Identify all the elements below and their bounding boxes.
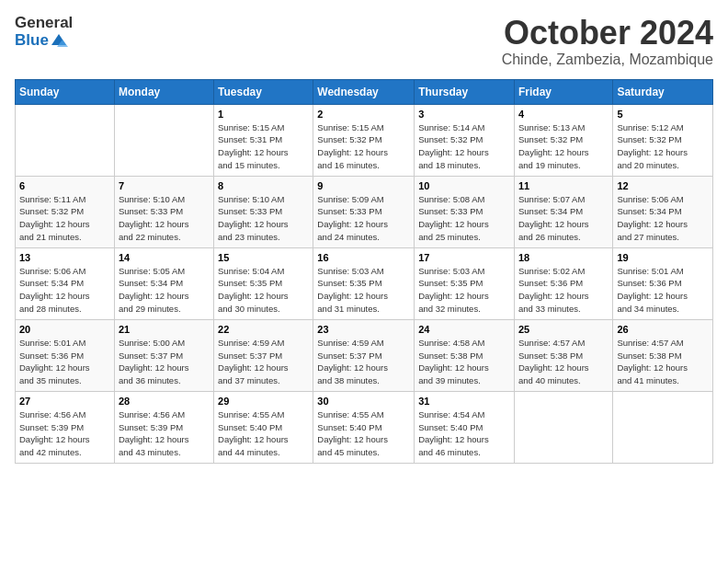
day-number: 21 [119,324,210,335]
day-number: 11 [518,180,609,191]
day-number: 15 [218,252,309,263]
day-cell: 18Sunrise: 5:02 AMSunset: 5:36 PMDayligh… [514,247,612,319]
day-number: 20 [19,324,110,335]
header-cell-thursday: Thursday [415,79,515,104]
day-cell: 7Sunrise: 5:10 AMSunset: 5:33 PMDaylight… [114,176,213,247]
day-detail: Sunrise: 5:08 AMSunset: 5:33 PMDaylight:… [418,193,510,244]
calendar-table: SundayMondayTuesdayWednesdayThursdayFrid… [15,79,713,464]
month-title: October 2024 [502,15,713,52]
header-cell-sunday: Sunday [16,79,115,104]
day-number: 14 [119,252,210,263]
day-detail: Sunrise: 4:55 AMSunset: 5:40 PMDaylight:… [317,408,410,459]
day-detail: Sunrise: 5:10 AMSunset: 5:33 PMDaylight:… [218,193,309,244]
day-cell [514,391,612,463]
day-detail: Sunrise: 5:01 AMSunset: 5:36 PMDaylight:… [617,265,709,316]
day-number: 25 [518,324,609,335]
day-cell: 20Sunrise: 5:01 AMSunset: 5:36 PMDayligh… [16,319,115,391]
day-number: 22 [218,324,309,335]
day-cell: 5Sunrise: 5:12 AMSunset: 5:32 PMDaylight… [613,104,713,176]
day-cell: 31Sunrise: 4:54 AMSunset: 5:40 PMDayligh… [415,391,515,463]
day-number: 2 [317,109,410,120]
day-detail: Sunrise: 5:05 AMSunset: 5:34 PMDaylight:… [119,265,210,316]
day-number: 4 [518,109,609,120]
header-cell-friday: Friday [514,79,612,104]
day-detail: Sunrise: 5:10 AMSunset: 5:33 PMDaylight:… [119,193,210,244]
day-number: 26 [617,324,709,335]
day-cell: 8Sunrise: 5:10 AMSunset: 5:33 PMDaylight… [214,176,313,247]
logo-general: General [15,15,73,32]
day-number: 24 [418,324,510,335]
day-detail: Sunrise: 5:00 AMSunset: 5:37 PMDaylight:… [119,337,210,387]
day-number: 3 [418,109,510,120]
day-detail: Sunrise: 4:54 AMSunset: 5:40 PMDaylight:… [418,408,510,459]
day-number: 10 [418,180,510,191]
logo-blue: Blue [15,32,49,50]
day-cell: 21Sunrise: 5:00 AMSunset: 5:37 PMDayligh… [114,319,213,391]
day-detail: Sunrise: 4:56 AMSunset: 5:39 PMDaylight:… [119,408,210,459]
location: Chinde, Zambezia, Mozambique [502,52,713,68]
header-row: SundayMondayTuesdayWednesdayThursdayFrid… [16,79,713,104]
day-cell: 10Sunrise: 5:08 AMSunset: 5:33 PMDayligh… [415,176,515,247]
day-detail: Sunrise: 5:06 AMSunset: 5:34 PMDaylight:… [19,265,110,316]
header-cell-wednesday: Wednesday [313,79,415,104]
day-number: 18 [518,252,609,263]
day-cell: 28Sunrise: 4:56 AMSunset: 5:39 PMDayligh… [114,391,213,463]
header-cell-monday: Monday [114,79,213,104]
page-header: General Blue October 2024 Chinde, Zambez… [15,15,713,68]
day-cell: 12Sunrise: 5:06 AMSunset: 5:34 PMDayligh… [613,176,713,247]
title-block: October 2024 Chinde, Zambezia, Mozambiqu… [502,15,713,68]
day-cell: 15Sunrise: 5:04 AMSunset: 5:35 PMDayligh… [214,247,313,319]
day-cell: 17Sunrise: 5:03 AMSunset: 5:35 PMDayligh… [415,247,515,319]
day-detail: Sunrise: 5:14 AMSunset: 5:32 PMDaylight:… [418,121,510,172]
day-number: 6 [19,180,110,191]
day-detail: Sunrise: 4:55 AMSunset: 5:40 PMDaylight:… [218,408,309,459]
day-number: 9 [317,180,410,191]
day-number: 17 [418,252,510,263]
day-cell: 13Sunrise: 5:06 AMSunset: 5:34 PMDayligh… [16,247,115,319]
day-number: 31 [418,396,510,407]
day-cell: 27Sunrise: 4:56 AMSunset: 5:39 PMDayligh… [16,391,115,463]
week-row-5: 27Sunrise: 4:56 AMSunset: 5:39 PMDayligh… [16,391,713,463]
day-cell: 29Sunrise: 4:55 AMSunset: 5:40 PMDayligh… [214,391,313,463]
logo-icon [50,32,68,51]
day-detail: Sunrise: 5:02 AMSunset: 5:36 PMDaylight:… [518,265,609,316]
day-detail: Sunrise: 4:59 AMSunset: 5:37 PMDaylight:… [218,337,309,387]
day-cell: 2Sunrise: 5:15 AMSunset: 5:32 PMDaylight… [313,104,415,176]
day-number: 13 [19,252,110,263]
day-detail: Sunrise: 5:15 AMSunset: 5:31 PMDaylight:… [218,121,309,172]
day-number: 28 [119,396,210,407]
day-cell: 16Sunrise: 5:03 AMSunset: 5:35 PMDayligh… [313,247,415,319]
day-number: 16 [317,252,410,263]
day-detail: Sunrise: 5:13 AMSunset: 5:32 PMDaylight:… [518,121,609,172]
day-cell: 14Sunrise: 5:05 AMSunset: 5:34 PMDayligh… [114,247,213,319]
day-number: 5 [617,109,709,120]
day-cell: 9Sunrise: 5:09 AMSunset: 5:33 PMDaylight… [313,176,415,247]
header-cell-saturday: Saturday [613,79,713,104]
day-cell: 6Sunrise: 5:11 AMSunset: 5:32 PMDaylight… [16,176,115,247]
day-cell: 23Sunrise: 4:59 AMSunset: 5:37 PMDayligh… [313,319,415,391]
day-detail: Sunrise: 5:11 AMSunset: 5:32 PMDaylight:… [19,193,110,244]
day-detail: Sunrise: 5:15 AMSunset: 5:32 PMDaylight:… [317,121,410,172]
day-detail: Sunrise: 5:03 AMSunset: 5:35 PMDaylight:… [317,265,410,316]
calendar-body: 1Sunrise: 5:15 AMSunset: 5:31 PMDaylight… [16,104,713,463]
day-cell: 19Sunrise: 5:01 AMSunset: 5:36 PMDayligh… [613,247,713,319]
day-detail: Sunrise: 5:06 AMSunset: 5:34 PMDaylight:… [617,193,709,244]
calendar-header: SundayMondayTuesdayWednesdayThursdayFrid… [16,79,713,104]
day-detail: Sunrise: 5:07 AMSunset: 5:34 PMDaylight:… [518,193,609,244]
day-detail: Sunrise: 4:58 AMSunset: 5:38 PMDaylight:… [418,337,510,387]
day-detail: Sunrise: 4:56 AMSunset: 5:39 PMDaylight:… [19,408,110,459]
week-row-1: 1Sunrise: 5:15 AMSunset: 5:31 PMDaylight… [16,104,713,176]
day-number: 30 [317,396,410,407]
day-detail: Sunrise: 5:09 AMSunset: 5:33 PMDaylight:… [317,193,410,244]
day-number: 19 [617,252,709,263]
day-number: 29 [218,396,309,407]
header-cell-tuesday: Tuesday [214,79,313,104]
day-cell: 1Sunrise: 5:15 AMSunset: 5:31 PMDaylight… [214,104,313,176]
day-cell [613,391,713,463]
day-cell: 30Sunrise: 4:55 AMSunset: 5:40 PMDayligh… [313,391,415,463]
day-cell: 22Sunrise: 4:59 AMSunset: 5:37 PMDayligh… [214,319,313,391]
logo: General Blue [15,15,73,51]
day-cell: 4Sunrise: 5:13 AMSunset: 5:32 PMDaylight… [514,104,612,176]
day-number: 27 [19,396,110,407]
day-cell: 24Sunrise: 4:58 AMSunset: 5:38 PMDayligh… [415,319,515,391]
